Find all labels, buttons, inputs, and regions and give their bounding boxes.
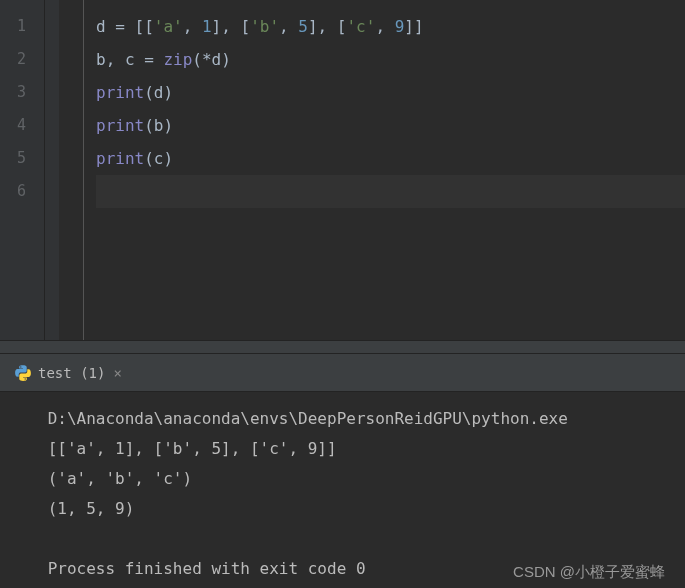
close-icon[interactable]: × [113, 365, 121, 381]
code-editor[interactable]: d = [['a', 1], ['b', 5], ['c', 9]]b, c =… [84, 0, 685, 340]
console-output[interactable]: D:\Anaconda\anaconda\envs\DeepPersonReid… [48, 404, 568, 584]
code-line[interactable]: print(d) [96, 76, 685, 109]
run-tab[interactable]: test (1) × [8, 360, 128, 386]
breakpoint-strip[interactable] [45, 0, 59, 340]
watermark: CSDN @小橙子爱蜜蜂 [513, 563, 665, 582]
run-tab-label: test (1) [38, 365, 105, 381]
console-pane: D:\Anaconda\anaconda\envs\DeepPersonReid… [0, 392, 685, 588]
code-line[interactable] [96, 175, 685, 208]
line-number: 1 [0, 10, 26, 43]
line-number: 6 [0, 175, 26, 208]
code-line[interactable]: d = [['a', 1], ['b', 5], ['c', 9]] [96, 10, 685, 43]
python-icon [14, 364, 32, 382]
line-number: 4 [0, 109, 26, 142]
code-line[interactable]: b, c = zip(*d) [96, 43, 685, 76]
code-line[interactable]: print(b) [96, 109, 685, 142]
editor-pane: 123456 d = [['a', 1], ['b', 5], ['c', 9]… [0, 0, 685, 340]
fold-strip [59, 0, 84, 340]
line-number: 3 [0, 76, 26, 109]
run-tab-bar: test (1) × [0, 354, 685, 392]
code-line[interactable]: print(c) [96, 142, 685, 175]
line-gutter: 123456 [0, 0, 45, 340]
line-number: 5 [0, 142, 26, 175]
pane-divider[interactable] [0, 340, 685, 354]
line-number: 2 [0, 43, 26, 76]
